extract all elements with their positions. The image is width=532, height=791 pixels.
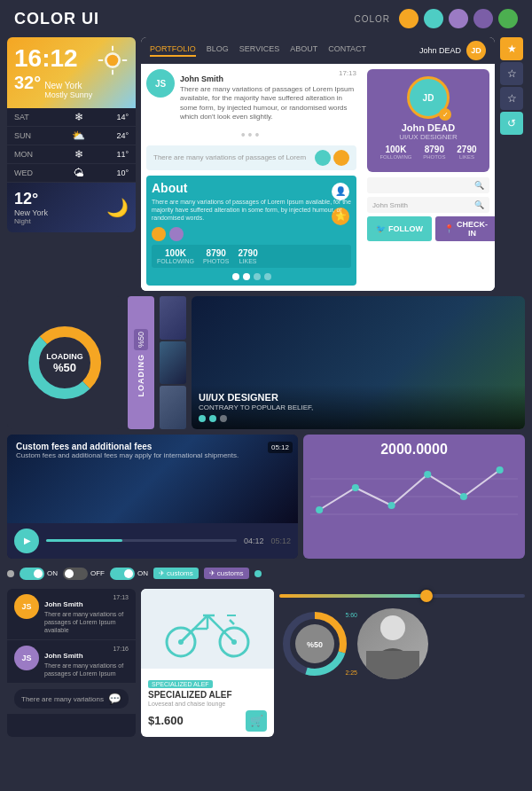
search-bar[interactable]: There are many variations of passages of… [146,145,356,170]
profile-stat-following: 100K FOLLOWING [379,145,411,160]
about-dots [152,273,351,280]
volume-slider[interactable] [279,594,525,598]
video-progress-bar[interactable] [46,539,237,542]
toggle-on-2[interactable]: ON [110,568,148,580]
weather-day-mon: MON ❄ 11° [7,145,136,164]
msg-text-2: There are many variations of passages of… [44,662,129,677]
radial-time-2: 2:25 [345,670,357,676]
about-card: 👤 ⭐ About There are many variations of p… [146,176,356,286]
person-svg [366,608,419,679]
msg-time-2: 17:16 [113,646,129,652]
stat-photos-val: 8790 [203,248,229,258]
avatar-1 [315,150,331,166]
sidebar-star-outline-2[interactable]: ☆ [500,87,523,110]
designer-card: UI/UX DESIGNER CONTRARY TO POPULAR BELIE… [192,296,525,429]
designer-title: UI/UX DESIGNER [199,392,518,403]
msg-list-item-2[interactable]: JS John Smith 17:16 There are many varia… [7,640,136,684]
checkin-button[interactable]: 📍 CHECK-IN [435,216,495,241]
photos-val: 8790 [423,145,445,154]
play-button[interactable]: ▶ [14,529,39,553]
profile-name: John DEAD [374,122,482,133]
about-avatar-2 [169,227,184,241]
loading-percent: %50 [46,360,83,373]
msg-avatar-1: JS [14,594,39,619]
portfolio-content: JS John Smith 17:13 There are many varia… [141,64,495,291]
location-icon: 📍 [444,224,454,233]
profile-search-1[interactable]: 🔍 [367,177,489,193]
video-card: Custom fees and additional fees Custom f… [7,435,298,559]
designer-subtitle: CONTRARY TO POPULAR BELIEF, [199,403,518,411]
search-icon-2: 🔍 [474,200,484,209]
stat-photos: 8790 PHOTOS [203,248,229,264]
customs-icon-1: ✈ [159,569,165,577]
svg-line-28 [230,620,234,624]
sidebar-star-filled[interactable]: ★ [500,37,523,60]
swatch-purple-dark[interactable] [473,9,493,28]
about-stats: 100K FOLLOWING 8790 PHOTOS 2790 LIKES [152,245,351,268]
twitter-icon: 🐦 [376,224,386,233]
follow-label: FOLLOW [388,224,423,233]
weather-desc: Mostly Sunny [44,90,92,99]
stat-following-lbl: FOLLOWING [157,258,194,264]
msg-avatar-2: JS [14,646,39,670]
photo-strip [160,296,186,429]
nav-contact[interactable]: CONTACT [328,44,366,57]
video-title: Custom fees and additional fees [16,442,262,451]
nav-blog[interactable]: BLOG [207,44,229,57]
play-icon: ▶ [24,536,31,545]
follow-button[interactable]: 🐦 FOLLOW [367,216,432,241]
toggle-track-1[interactable] [20,568,44,580]
profile-stat-likes: 2790 LIKES [457,145,476,160]
message-sender: John Smith [180,74,223,83]
stat-likes-lbl: LIKES [238,258,257,264]
toggle-label-2: OFF [90,569,105,577]
product-name: SPECIALIZED ALEF [148,690,267,701]
nav-user-avatar: JD [466,41,486,60]
loading-bar-vertical: %50 LOADING [128,296,154,429]
add-to-cart-button[interactable]: 🛒 [246,710,267,732]
swatch-teal[interactable] [424,9,443,28]
toggle-on-1[interactable]: ON [20,568,58,580]
color-label: COLOR [354,14,390,24]
customs-badge-purple[interactable]: ✈ customs [204,568,249,579]
video-title-overlay: Custom fees and additional fees Custom f… [16,442,262,459]
nav-portfolio[interactable]: PORTFOLIO [150,44,196,57]
customs-icon-2: ✈ [209,569,215,577]
color-swatches-group: COLOR [354,9,518,28]
weather-widget: 16:12 32° New York Mostly Sunny SAT [7,37,136,291]
toggle-thumb-1 [34,569,43,578]
day-label: WED [14,168,41,177]
swatch-purple-light[interactable] [449,9,468,28]
profile-search-2[interactable]: John Smith 🔍 [367,197,489,213]
search-placeholder: There are many variations of passages of… [153,153,306,161]
toggle-off-1[interactable]: OFF [63,568,105,580]
day-icon: ❄ [74,111,83,123]
sidebar-star-outline-1[interactable]: ☆ [500,62,523,85]
sidebar-refresh-icon[interactable]: ↺ [500,112,523,135]
product-card: SPECIALIZED ALEF SPECIALIZED ALEF Lovese… [141,589,274,737]
customs-badge-teal[interactable]: ✈ customs [153,568,199,579]
search-hint-2: John Smith [372,201,408,209]
dot-a3 [220,415,227,422]
nav-user-name: John DEAD [419,46,461,55]
swatch-orange[interactable] [399,9,419,28]
radial-progress: %50 5:60 2:25 [279,608,350,679]
nav-services[interactable]: SERVICES [239,44,279,57]
loading-donut: LOADING %50 [7,296,122,429]
day-temp: 11° [116,150,129,159]
volume-thumb[interactable] [420,590,433,602]
stat-likes: 2790 LIKES [238,248,257,264]
portfolio-left: JS John Smith 17:13 There are many varia… [141,64,362,291]
svg-point-12 [316,506,323,513]
toggle-track-3[interactable] [110,568,135,580]
nav-about[interactable]: ABOUT [290,44,317,57]
swatch-green[interactable] [498,9,518,28]
video-time-badge: 05:12 [268,442,293,453]
message-input-field[interactable]: There are many variations 💬 [14,689,129,709]
designer-overlay: UI/UX DESIGNER CONTRARY TO POPULAR BELIE… [192,385,525,429]
stat-following: 100K FOLLOWING [157,248,194,264]
weather-day-sun: SUN ⛅ 24° [7,127,136,145]
msg-text-1: There are many variations of passages of… [44,610,129,634]
toggle-track-2[interactable] [63,568,88,580]
msg-list-item-1[interactable]: JS John Smith 17:13 There are many varia… [7,589,136,640]
